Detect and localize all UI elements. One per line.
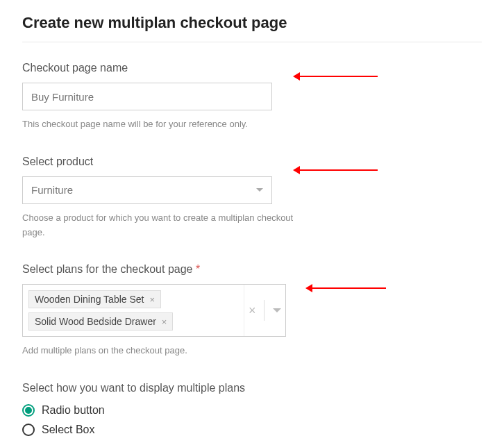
required-marker: *: [196, 263, 200, 275]
divider: [264, 300, 264, 321]
plan-tag: Solid Wood Bedside Drawer ×: [28, 312, 173, 331]
plans-label: Select plans for the checkout page *: [22, 263, 482, 276]
product-label: Select product: [22, 156, 482, 168]
remove-tag-icon[interactable]: ×: [149, 294, 155, 305]
annotation-arrow: [300, 169, 378, 171]
radio-label: Select Box: [42, 424, 94, 436]
radio-icon: [22, 404, 35, 417]
radio-label: Radio button: [42, 404, 105, 417]
annotation-arrow: [312, 287, 386, 289]
remove-tag-icon[interactable]: ×: [162, 317, 167, 327]
chevron-down-icon[interactable]: [273, 308, 281, 312]
page-title: Create new multiplan checkout page: [22, 14, 482, 42]
field-display-mode: Select how you want to display multiple …: [22, 382, 482, 436]
product-selected-value: Furniture: [31, 184, 73, 196]
annotation-arrow: [300, 76, 378, 77]
field-select-product: Select product Furniture Choose a produc…: [22, 156, 482, 240]
clear-all-icon[interactable]: ×: [249, 303, 256, 318]
checkout-name-input[interactable]: [22, 83, 272, 110]
radio-icon: [22, 424, 35, 436]
chevron-down-icon: [256, 188, 263, 192]
plan-tag: Wooden Dining Table Set ×: [28, 290, 161, 308]
plans-hint: Add multiple plans on the checkout page.: [22, 344, 300, 358]
field-select-plans: Select plans for the checkout page * Woo…: [22, 263, 482, 358]
display-label: Select how you want to display multiple …: [22, 382, 482, 394]
checkout-name-label: Checkout page name: [22, 62, 482, 74]
radio-option-radio-button[interactable]: Radio button: [22, 404, 482, 417]
product-select[interactable]: Furniture: [22, 176, 272, 204]
field-checkout-name: Checkout page name This checkout page na…: [22, 62, 482, 132]
radio-option-select-box[interactable]: Select Box: [22, 424, 482, 436]
checkout-name-hint: This checkout page name will be for your…: [22, 117, 300, 132]
plans-multiselect[interactable]: Wooden Dining Table Set × Solid Wood Bed…: [22, 284, 286, 337]
product-hint: Choose a product for which you want to c…: [22, 211, 300, 240]
